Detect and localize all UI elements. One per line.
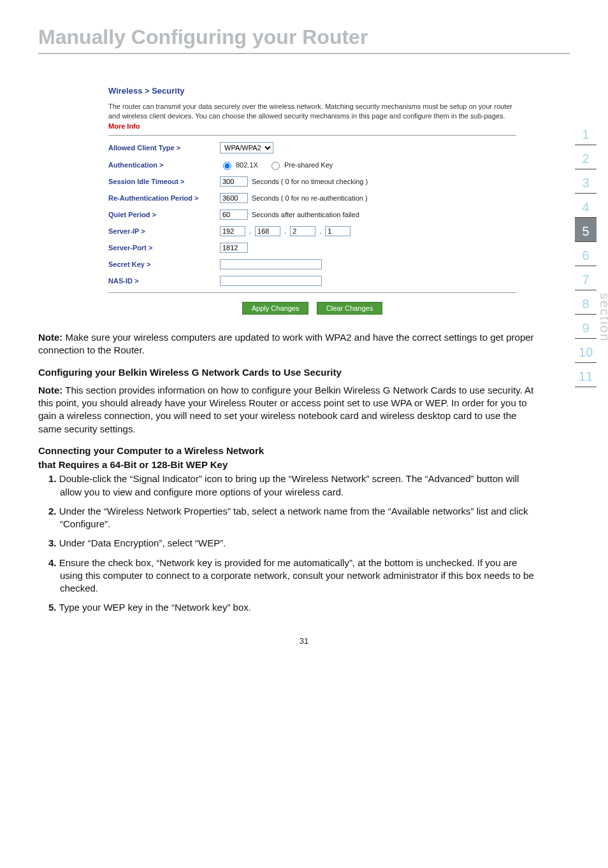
nas-id-label: NAS-ID >	[108, 277, 220, 285]
step-1-num: 1.	[48, 473, 57, 484]
side-nav-9[interactable]: 9	[575, 315, 597, 339]
side-nav-10[interactable]: 10	[575, 339, 597, 363]
secret-key-input[interactable]	[220, 259, 322, 269]
divider	[108, 135, 516, 136]
divider	[108, 292, 516, 293]
session-timeout-hint: Seconds ( 0 for no timeout checking )	[252, 178, 368, 185]
quiet-input[interactable]	[220, 210, 248, 220]
step-5: 5. Type your WEP key in the “Network key…	[38, 601, 538, 614]
auth-psk-radio[interactable]: Pre-shared Key	[268, 160, 333, 170]
dot: .	[249, 227, 251, 235]
authentication-label: Authentication >	[108, 161, 220, 169]
step-5-text: Type your WEP key in the “Network key” b…	[57, 602, 251, 613]
heading-config-cards: Configuring your Belkin Wireless G Netwo…	[38, 366, 538, 379]
heading-connect-b: that Requires a 64-Bit or 128-Bit WEP Ke…	[38, 459, 538, 471]
side-nav-2[interactable]: 2	[575, 145, 597, 169]
server-ip-b[interactable]	[255, 226, 280, 236]
allowed-client-type-select[interactable]: WPA/WPA2	[220, 142, 273, 153]
step-2-num: 2.	[48, 506, 57, 516]
server-ip-d[interactable]	[325, 226, 351, 236]
side-nav-1[interactable]: 1	[575, 121, 597, 145]
reauth-input[interactable]	[220, 193, 248, 203]
side-nav-5[interactable]: 5	[575, 218, 597, 242]
page-title: Manually Configuring your Router	[38, 25, 570, 54]
server-port-input[interactable]	[220, 243, 248, 253]
nas-id-input[interactable]	[220, 276, 322, 286]
side-nav-8[interactable]: 8	[575, 290, 597, 315]
side-nav-11[interactable]: 11	[575, 363, 597, 387]
steps-list: 1. Double-click the “Signal Indicator” i…	[38, 473, 538, 614]
document-body: Note: Make sure your wireless computers …	[38, 331, 570, 615]
note1-text: Make sure your wireless computers are up…	[38, 332, 534, 355]
step-3-text: Under “Data Encryption”, select “WEP”.	[57, 537, 226, 548]
auth-8021x-radio[interactable]: 802.1X	[220, 160, 258, 170]
note2-text: This section provides information on how…	[38, 385, 533, 434]
session-timeout-label: Session Idle Timeout >	[108, 178, 220, 185]
side-nav-3[interactable]: 3	[575, 169, 597, 194]
clear-button[interactable]: Clear Changes	[317, 302, 382, 315]
step-1: 1. Double-click the “Signal Indicator” i…	[38, 473, 538, 499]
dot: .	[319, 227, 321, 235]
quiet-hint: Seconds after authentication failed	[252, 211, 359, 218]
step-3-num: 3.	[48, 537, 57, 548]
side-nav-7[interactable]: 7	[575, 266, 597, 290]
panel-desc-text: The router can transmit your data secure…	[108, 103, 512, 120]
breadcrumb: Wireless > Security	[108, 86, 516, 96]
secret-key-label: Secret Key >	[108, 260, 220, 268]
server-port-label: Server-Port >	[108, 244, 220, 252]
auth-8021x-text: 802.1X	[236, 161, 258, 169]
server-ip-a[interactable]	[220, 226, 245, 236]
router-panel: Wireless > Security The router can trans…	[108, 86, 516, 315]
step-2-text: Under the “Wireless Network Properties” …	[57, 506, 528, 529]
allowed-client-type-label: Allowed Client Type >	[108, 144, 220, 152]
side-nav: 1 2 3 4 5 6 7 8 9 10 11	[575, 121, 597, 387]
page-number: 31	[38, 636, 570, 646]
side-nav-6[interactable]: 6	[575, 242, 597, 266]
quiet-label: Quiet Period >	[108, 211, 220, 218]
side-section-label: section	[597, 293, 608, 342]
step-4: 4. Ensure the check box, “Network key is…	[38, 557, 538, 595]
reauth-hint: Seconds ( 0 for no re-authentication )	[252, 194, 368, 202]
auth-8021x-input[interactable]	[223, 162, 231, 170]
step-4-text: Ensure the check box, “Network key is pr…	[57, 557, 534, 594]
side-nav-4[interactable]: 4	[575, 194, 597, 218]
step-2: 2. Under the “Wireless Network Propertie…	[38, 505, 538, 531]
step-4-num: 4.	[48, 557, 57, 568]
reauth-label: Re-Authentication Period >	[108, 194, 220, 202]
apply-button[interactable]: Apply Changes	[242, 302, 309, 315]
note1-label: Note:	[38, 332, 62, 343]
dot: .	[284, 227, 286, 235]
auth-psk-text: Pre-shared Key	[284, 161, 333, 169]
heading-connect-a: Connecting your Computer to a Wireless N…	[38, 445, 538, 457]
session-timeout-input[interactable]	[220, 176, 248, 187]
step-3: 3. Under “Data Encryption”, select “WEP”…	[38, 537, 538, 550]
step-1-text: Double-click the “Signal Indicator” icon…	[57, 473, 519, 497]
server-ip-c[interactable]	[290, 226, 315, 236]
step-5-num: 5.	[48, 602, 57, 613]
panel-description: The router can transmit your data secure…	[108, 102, 516, 131]
auth-psk-input[interactable]	[271, 162, 280, 170]
server-ip-label: Server-IP >	[108, 227, 220, 235]
note2-label: Note:	[38, 385, 62, 395]
more-info-link[interactable]: More Info	[108, 122, 140, 130]
